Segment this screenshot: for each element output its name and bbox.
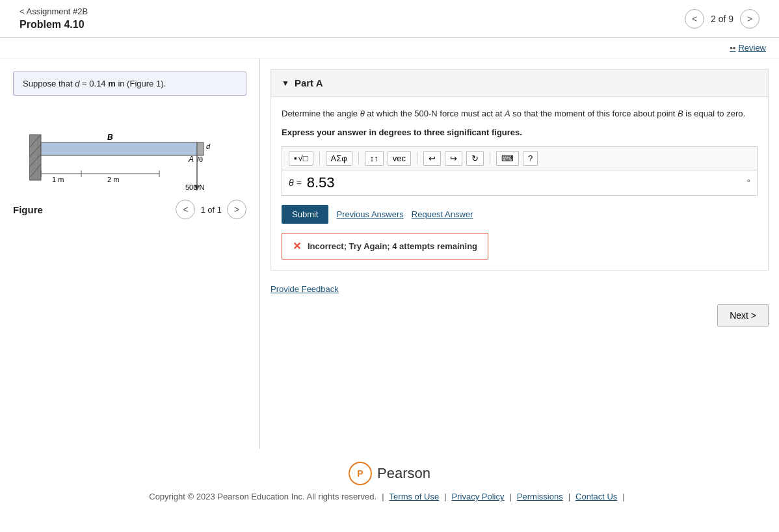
svg-text:500 N: 500 N <box>185 183 204 191</box>
incorrect-box: ✕ Incorrect; Try Again; 4 attempts remai… <box>282 233 488 259</box>
footer-sep-4: | <box>568 492 570 501</box>
main-layout: Suppose that d = 0.14 m in (Figure 1). d… <box>0 59 779 449</box>
pearson-name: Pearson <box>377 465 430 482</box>
pearson-initial: P <box>357 468 363 479</box>
degree-symbol: ° <box>746 178 750 188</box>
footer-sep-3: | <box>509 492 511 501</box>
vec-button[interactable]: vec <box>388 151 411 166</box>
footer-logo: P Pearson <box>0 449 779 492</box>
assignment-link[interactable]: < Assignment #2B <box>20 7 88 16</box>
provide-feedback-link[interactable]: Provide Feedback <box>271 284 339 294</box>
pearson-logo-circle: P <box>349 462 372 485</box>
figure-prev-button[interactable]: < <box>176 200 195 219</box>
footer-links: Copyright © 2023 Pearson Education Inc. … <box>0 492 779 514</box>
part-section: ▼ Part A Determine the angle θ at which … <box>271 69 769 271</box>
footer-sep-2: | <box>444 492 446 501</box>
figure-label-row: Figure < 1 of 1 > <box>13 200 246 219</box>
figure-count: 1 of 1 <box>200 205 222 215</box>
top-bar-right: < 2 of 9 > <box>685 9 759 29</box>
privacy-link[interactable]: Privacy Policy <box>452 492 505 501</box>
figure-svg: d /θ B A 1 m 2 m <box>29 115 231 193</box>
problem-count: 2 of 9 <box>711 14 733 24</box>
terms-link[interactable]: Terms of Use <box>390 492 440 501</box>
toolbar-separator-2 <box>358 152 359 165</box>
footer-sep-5: | <box>622 492 624 501</box>
help-button[interactable]: ? <box>523 151 538 166</box>
review-link[interactable]: ▪▪ Review <box>730 43 766 53</box>
theta-label: θ = <box>289 178 302 188</box>
review-bar: ▪▪ Review <box>0 38 779 59</box>
toolbar-separator-1 <box>319 152 320 165</box>
next-problem-button[interactable]: > <box>740 9 759 29</box>
collapse-icon[interactable]: ▼ <box>282 79 289 88</box>
redo-button[interactable]: ↪ <box>445 151 462 166</box>
feedback-row: Provide Feedback <box>260 284 779 304</box>
suppose-text: Suppose that d = 0.14 m in (Figure 1). <box>23 79 166 88</box>
redo-icon: ↪ <box>450 153 457 163</box>
footer-sep-1: | <box>382 492 384 501</box>
svg-text:B: B <box>107 133 113 142</box>
top-bar-left: < Assignment #2B Problem 4.10 <box>20 7 88 31</box>
keyboard-button[interactable]: ⌨ <box>496 151 519 166</box>
part-body: Determine the angle θ at which the 500-N… <box>271 97 768 270</box>
undo-button[interactable]: ↩ <box>423 151 441 166</box>
incorrect-text: Incorrect; Try Again; 4 attempts remaini… <box>308 241 477 251</box>
svg-text:1 m: 1 m <box>52 176 64 183</box>
footer-copyright: Copyright © 2023 Pearson Education Inc. … <box>149 492 376 501</box>
next-button[interactable]: Next > <box>717 304 769 326</box>
review-icon: ▪▪ <box>730 43 735 53</box>
svg-text:2 m: 2 m <box>107 176 119 183</box>
figure-container: d /θ B A 1 m 2 m <box>13 115 246 193</box>
express-text: Express your answer in degrees to three … <box>282 127 758 137</box>
figure-text: Figure <box>13 204 43 215</box>
greek-button[interactable]: ΑΣφ <box>326 151 352 166</box>
math-toolbar: ▪ √□ ΑΣφ ↕↑ vec ↩ ↪ <box>282 146 758 170</box>
problem-title: Problem 4.10 <box>20 19 88 31</box>
svg-text:/θ: /θ <box>197 155 203 163</box>
x-icon: ✕ <box>293 240 301 252</box>
sqrt-icon: √□ <box>298 153 308 163</box>
svg-text:A: A <box>188 155 194 164</box>
review-label: Review <box>738 43 766 53</box>
keyboard-icon: ⌨ <box>501 153 514 163</box>
submit-button[interactable]: Submit <box>282 205 328 224</box>
undo-icon: ↩ <box>429 153 436 163</box>
arrows-icon: ↕↑ <box>370 153 378 163</box>
refresh-icon: ↻ <box>471 153 479 163</box>
question-text: Determine the angle θ at which the 500-N… <box>282 107 758 121</box>
toolbar-separator-4 <box>490 152 490 165</box>
prev-answers-link[interactable]: Previous Answers <box>336 209 403 219</box>
suppose-box: Suppose that d = 0.14 m in (Figure 1). <box>13 72 246 96</box>
arrows-button[interactable]: ↕↑ <box>365 151 384 166</box>
toolbar-separator-3 <box>417 152 417 165</box>
request-answer-link[interactable]: Request Answer <box>412 209 473 219</box>
svg-rect-6 <box>197 142 204 155</box>
svg-text:d: d <box>206 142 211 150</box>
svg-rect-5 <box>41 142 197 155</box>
permissions-link[interactable]: Permissions <box>517 492 563 501</box>
part-header: ▼ Part A <box>271 70 768 97</box>
prev-problem-button[interactable]: < <box>685 9 704 29</box>
right-panel: ▼ Part A Determine the angle θ at which … <box>260 59 779 449</box>
refresh-button[interactable]: ↻ <box>466 151 484 166</box>
part-label: Part A <box>295 77 323 88</box>
answer-row: θ = ° <box>282 170 758 196</box>
answer-input[interactable] <box>307 174 742 191</box>
fraction-sqrt-button[interactable]: ▪ √□ <box>289 151 313 166</box>
figure-next-button[interactable]: > <box>227 200 246 219</box>
left-panel: Suppose that d = 0.14 m in (Figure 1). d… <box>0 59 260 449</box>
next-row: Next > <box>260 304 779 337</box>
action-row: Submit Previous Answers Request Answer <box>282 205 758 224</box>
contact-link[interactable]: Contact Us <box>575 492 617 501</box>
fraction-sqrt-icon: ▪ <box>294 153 297 163</box>
figure-nav: < 1 of 1 > <box>176 200 246 219</box>
top-bar: < Assignment #2B Problem 4.10 < 2 of 9 > <box>0 0 779 38</box>
